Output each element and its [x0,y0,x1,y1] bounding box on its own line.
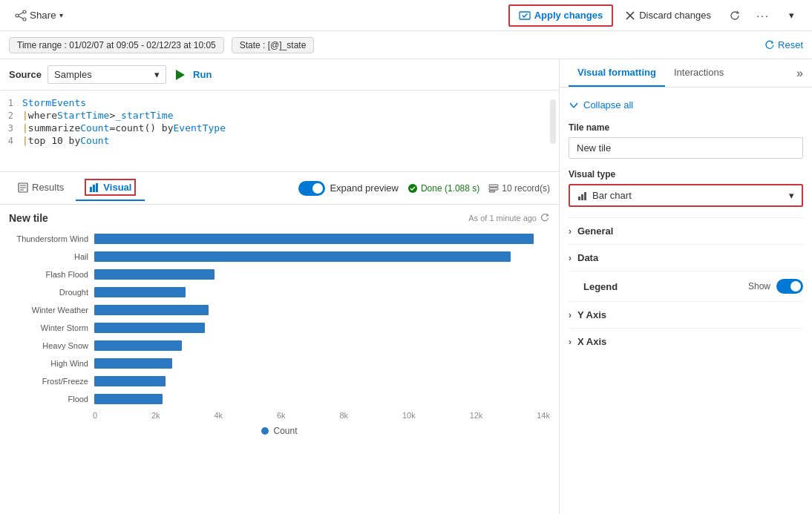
code-text-1: StormEvents [22,97,86,108]
bar-row: High Wind [16,357,550,370]
visual-type-chevron-icon: ▾ [789,190,794,201]
time-range-filter[interactable]: Time range : 01/02/07 at 09:05 - 02/12/2… [9,37,224,53]
expand-preview-label: Expand preview [330,182,399,194]
tabs-bar: Results Visual Expand preview Done (1.08… [0,172,559,205]
state-filter[interactable]: State : [@]_state [232,37,315,53]
expand-preview-toggle[interactable]: Expand preview [298,181,399,196]
tab-interactions[interactable]: Interactions [665,59,733,87]
legend-section-label: Legend [569,281,618,292]
bar-row: Drought [16,286,550,299]
legend-label: Count [273,426,297,436]
chart-timestamp: As of 1 minute ago [468,213,550,223]
source-value: Samples [54,69,92,80]
source-chevron-icon: ▾ [154,69,160,80]
bar-label: Winter Storm [16,323,94,332]
chevron-down-icon: ▾ [789,10,794,21]
tabs-right: Expand preview Done (1.088 s) 10 record(… [298,181,550,196]
tab-visual[interactable]: Visual [76,175,145,201]
bar-label: Winter Weather [16,306,94,314]
x-axis-tick: 10k [402,411,416,420]
data-section[interactable]: › Data [569,244,803,271]
bar-fill [94,287,186,297]
share-chevron-icon: ▾ [59,11,63,19]
svg-rect-16 [93,185,95,192]
bar-fill [94,394,163,404]
refresh-small-icon[interactable] [540,213,550,223]
play-icon[interactable] [172,67,187,82]
refresh-button[interactable] [723,4,747,27]
bar-container [94,268,550,281]
svg-point-2 [16,14,19,17]
y-axis-section[interactable]: › Y Axis [569,301,803,328]
bar-fill [94,376,166,386]
x-axis-tick: 8k [340,411,349,420]
x-axis-section[interactable]: › X Axis [569,328,803,355]
code-editor[interactable]: 1 StormEvents 2 | where StartTime > _sta… [0,90,559,172]
x-axis-label-wrap: › X Axis [569,336,606,347]
left-panel: Source Samples ▾ Run 1 StormEvents 2 | w [0,59,560,514]
tile-name-input[interactable] [569,137,803,159]
code-scrollbar[interactable] [550,99,556,144]
code-line-3: 3 | summarize Count =count() by EventTyp… [0,122,547,134]
expand-panel-button[interactable]: » [796,67,803,80]
tab-visual-formatting[interactable]: Visual formatting [569,59,665,87]
bar-fill [94,358,172,369]
chevron-down-button[interactable]: ▾ [779,4,803,27]
x-axis: 02k4k6k8k10k12k14k [9,411,550,420]
source-bar: Source Samples ▾ Run [0,59,559,90]
svg-point-0 [23,10,26,13]
apply-changes-button[interactable]: Apply changes [508,4,613,27]
refresh-icon [729,10,741,22]
records-label: 10 record(s) [502,183,550,194]
reset-button[interactable]: Reset [764,39,803,50]
filterbar-right: Reset [764,39,803,50]
bar-row: Heavy Snow [16,339,550,352]
bar-container [94,375,550,388]
bar-container [94,286,550,299]
bar-chart-icon [577,191,588,201]
chart-panel: New tile As of 1 minute ago Thunderstorm… [0,205,559,514]
code-line-2: 2 | where StartTime > _startTime [0,109,547,122]
collapse-all-button[interactable]: Collapse all [569,96,633,113]
code-lines: 1 StormEvents 2 | where StartTime > _sta… [0,96,547,165]
svg-rect-26 [584,192,586,200]
bar-container [94,232,550,246]
visual-type-select[interactable]: Bar chart ▾ [569,184,803,207]
svg-rect-5 [520,12,530,19]
legend-toggle[interactable] [776,279,803,294]
chart-legend: Count [9,426,550,436]
filterbar: Time range : 01/02/07 at 09:05 - 02/12/2… [0,31,812,59]
bar-container [94,357,550,370]
more-options-button[interactable]: ··· [751,4,775,27]
bar-fill [94,234,534,244]
general-label-wrap: › General [569,225,613,237]
collapse-all-label: Collapse all [583,99,633,111]
bar-row: Frost/Freeze [16,375,550,388]
toolbar: Share ▾ Apply changes Discard changes ··… [0,0,812,31]
y-axis-label-wrap: › Y Axis [569,309,606,320]
x-axis-label: X Axis [577,336,606,347]
timestamp-label: As of 1 minute ago [468,214,537,223]
bar-label: Drought [16,288,94,297]
general-section[interactable]: › General [569,217,803,244]
svg-rect-19 [489,185,498,187]
svg-line-22 [570,103,574,108]
run-button[interactable]: Run [193,69,212,80]
x-axis-tick: 0 [93,411,97,420]
source-select[interactable]: Samples ▾ [48,65,166,84]
share-button[interactable]: Share ▾ [9,4,69,27]
tab-results[interactable]: Results [9,178,73,198]
bar-chart: Thunderstorm WindHailFlash FloodDroughtW… [9,230,550,408]
reset-label: Reset [778,39,803,50]
toggle-expand[interactable] [298,181,325,196]
discard-label: Discard changes [639,10,711,21]
check-circle-icon [407,183,418,194]
chart-header: New tile As of 1 minute ago [9,212,550,224]
discard-changes-button[interactable]: Discard changes [618,6,718,24]
bar-fill [94,269,215,280]
bar-row: Winter Storm [16,321,550,335]
code-line-4: 4 | top 10 by Count [0,134,547,147]
svg-point-1 [23,18,26,21]
bar-container [94,339,550,352]
tile-name-label: Tile name [569,122,803,133]
